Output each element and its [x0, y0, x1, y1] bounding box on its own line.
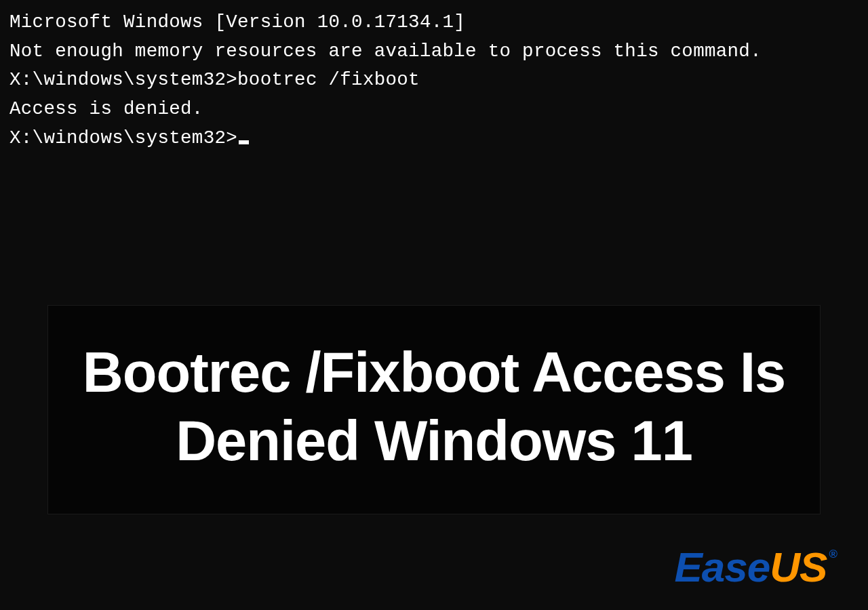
- registered-icon: ®: [829, 548, 837, 561]
- brand-logo: EaseUS®: [675, 543, 835, 591]
- memory-error-line: Not enough memory resources are availabl…: [9, 37, 859, 66]
- prompt-prefix: X:\windows\system32>: [9, 69, 237, 90]
- brand-part-us: US: [770, 543, 827, 591]
- command-text: bootrec /fixboot: [237, 69, 420, 90]
- overlay-title-line1: Bootrec /Fixboot Access Is: [75, 338, 793, 407]
- terminal-output: Microsoft Windows [Version 10.0.17134.1]…: [0, 0, 868, 161]
- overlay-heading: Bootrec /Fixboot Access Is Denied Window…: [75, 338, 793, 476]
- current-prompt-line[interactable]: X:\windows\system32>: [9, 124, 859, 153]
- version-line: Microsoft Windows [Version 10.0.17134.1]: [9, 8, 859, 37]
- overlay-title-line2: Denied Windows 11: [75, 407, 793, 475]
- brand-part-ease: Ease: [675, 543, 770, 591]
- command-prompt-line[interactable]: X:\windows\system32>bootrec /fixboot: [9, 66, 859, 95]
- cursor-icon: [239, 140, 249, 144]
- prompt-prefix: X:\windows\system32>: [9, 127, 237, 148]
- access-denied-line: Access is denied.: [9, 95, 859, 124]
- title-overlay: Bootrec /Fixboot Access Is Denied Window…: [47, 305, 821, 514]
